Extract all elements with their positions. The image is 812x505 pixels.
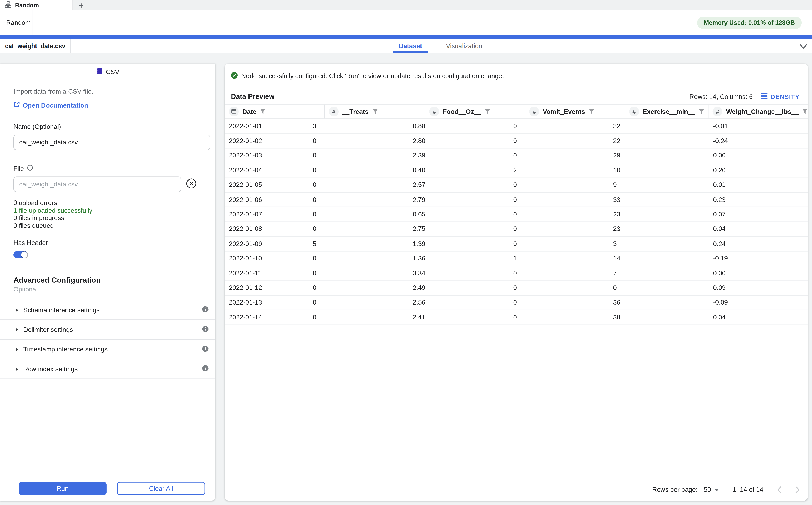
info-filled-icon[interactable] — [202, 345, 209, 353]
file-node-tab-label: cat_weight_data.csv — [5, 42, 65, 49]
filter-funnel-icon[interactable] — [589, 107, 594, 116]
tab-visualization[interactable]: Visualization — [446, 39, 482, 53]
table-header-cell[interactable]: # Food__Oz__ — [425, 105, 525, 119]
column-type-chip: # — [229, 107, 239, 117]
upload-status-list: 0 upload errors 1 file uploaded successf… — [13, 199, 210, 229]
rows-per-page-select[interactable]: 50 — [704, 486, 719, 493]
table-cell: 2022-01-03 — [225, 152, 309, 159]
settings-accordion-label: Row index settings — [23, 365, 77, 373]
table-cell: 1.36 — [409, 255, 509, 262]
table-cell: 0 — [309, 152, 409, 159]
column-type-chip: # — [329, 107, 339, 117]
filter-funnel-icon[interactable] — [260, 107, 266, 116]
table-cell: 0 — [509, 196, 609, 203]
new-tab-button[interactable]: ＋ — [73, 0, 90, 10]
table-row: 2022-01-0951.39030.24 — [225, 236, 808, 251]
table-cell: 33 — [609, 196, 709, 203]
table-cell: 23 — [609, 225, 709, 233]
info-filled-icon[interactable] — [202, 365, 209, 373]
table-cell: 2.80 — [409, 137, 509, 145]
column-header-label: Weight_Change__lbs__ — [726, 108, 799, 115]
table-cell: 0 — [309, 284, 409, 292]
previous-page-button[interactable] — [777, 486, 781, 493]
table-cell: -0.09 — [709, 299, 808, 306]
table-cell: 0 — [509, 137, 609, 145]
pagination-range: 1–14 of 14 — [733, 486, 763, 493]
settings-accordion-label: Schema inference settings — [23, 306, 100, 314]
tab-visualization-label: Visualization — [446, 42, 482, 49]
filter-funnel-icon[interactable] — [699, 107, 704, 116]
table-cell: 3 — [309, 123, 409, 130]
table-cell: 2022-01-12 — [225, 284, 309, 292]
data-preview-table: # Date — [225, 104, 808, 325]
workspace-tab-random[interactable]: Random — [0, 0, 73, 10]
table-row: 2022-01-0400.402100.20 — [225, 163, 808, 178]
table-header-cell[interactable]: # __Treats — [325, 105, 425, 119]
table-cell: 38 — [609, 314, 709, 321]
expand-triangle-icon — [15, 327, 18, 331]
table-cell: 0 — [309, 167, 409, 174]
filter-funnel-icon[interactable] — [802, 107, 808, 116]
filter-funnel-icon[interactable] — [485, 107, 491, 116]
settings-accordion-row[interactable]: Schema inference settings — [0, 300, 215, 320]
table-cell: 2022-01-10 — [225, 255, 309, 262]
clear-all-button[interactable]: Clear All — [117, 482, 205, 495]
upload-status-line: 0 upload errors — [13, 199, 210, 207]
view-tabs: Dataset Visualization — [399, 39, 482, 53]
table-cell: 36 — [609, 299, 709, 306]
table-header-cell[interactable]: # Exercise__min__ — [625, 105, 708, 119]
number-icon: # — [632, 109, 636, 115]
name-input[interactable] — [13, 135, 210, 150]
filter-funnel-icon[interactable] — [372, 107, 378, 116]
main-content: CSV Import data from a CSV file. Open Do… — [0, 53, 812, 505]
file-input[interactable] — [13, 177, 181, 192]
remove-file-button[interactable] — [186, 178, 197, 190]
table-cell: 0 — [509, 270, 609, 277]
table-cell: 0 — [509, 314, 609, 321]
has-header-label: Has Header — [13, 239, 210, 246]
table-cell: 3 — [609, 240, 709, 247]
table-header-cell[interactable]: # Date — [225, 105, 325, 119]
table-cell: 0 — [509, 225, 609, 233]
table-cell: 0 — [509, 299, 609, 306]
table-cell: 0.40 — [409, 167, 509, 174]
table-cell: 0.88 — [409, 123, 509, 130]
tab-dataset[interactable]: Dataset — [399, 39, 422, 53]
run-button[interactable]: Run — [19, 482, 107, 495]
external-link-icon — [13, 102, 20, 109]
table-header-cell[interactable]: # Vomit_Events — [525, 105, 625, 119]
breadcrumb-tab[interactable]: Random — [0, 10, 33, 35]
table-cell: -0.01 — [709, 123, 808, 130]
column-type-chip: # — [712, 107, 722, 117]
density-button[interactable]: DENSITY — [761, 93, 800, 100]
column-type-chip: # — [629, 107, 639, 117]
table-cell: 2022-01-05 — [225, 181, 309, 189]
density-label: DENSITY — [771, 94, 800, 100]
table-cell: 2.75 — [409, 225, 509, 233]
calendar-icon — [231, 108, 237, 115]
info-outline-icon[interactable] — [27, 165, 33, 172]
info-filled-icon[interactable] — [202, 306, 209, 314]
workspace-tabstrip: Random ＋ — [0, 0, 812, 10]
node-status-row: Node successfully configured. Click 'Run… — [225, 64, 808, 88]
open-documentation-link[interactable]: Open Documentation — [13, 102, 88, 109]
table-cell: 2.56 — [409, 299, 509, 306]
collapse-panel-button[interactable] — [800, 39, 807, 53]
table-cell: 23 — [609, 211, 709, 218]
settings-accordion-row[interactable]: Timestamp inference settings — [0, 340, 215, 359]
table-cell: 0 — [309, 270, 409, 277]
column-type-chip: # — [529, 107, 539, 117]
settings-accordion-row[interactable]: Delimiter settings — [0, 320, 215, 340]
has-header-toggle[interactable] — [13, 251, 27, 259]
table-cell: 0.09 — [709, 284, 808, 292]
table-cell: 2 — [509, 167, 609, 174]
next-page-button[interactable] — [796, 486, 800, 493]
data-preview-bar: Data Preview Rows: 14, Columns: 6 DENSIT… — [225, 88, 808, 104]
column-header-label: Food__Oz__ — [443, 108, 481, 115]
settings-accordion-label: Timestamp inference settings — [23, 345, 108, 353]
info-filled-icon[interactable] — [202, 325, 209, 334]
table-header-cell[interactable]: # Weight_Change__lbs__ — [708, 105, 808, 119]
file-node-tab[interactable]: cat_weight_data.csv — [0, 39, 71, 53]
table-cell: 29 — [609, 152, 709, 159]
settings-accordion-row[interactable]: Row index settings — [0, 359, 215, 379]
